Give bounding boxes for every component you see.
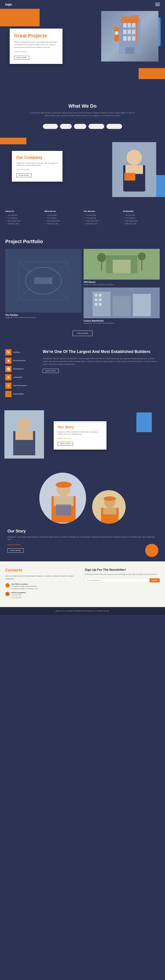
hero-title: Great Projects xyxy=(14,33,58,39)
svg-point-19 xyxy=(127,150,142,165)
check-icon-3: ✓ xyxy=(5,220,7,222)
builders-content: We're One Of The Largest And Most Establ… xyxy=(43,349,160,373)
hero-card: Great Projects Metus elit dignissim pu n… xyxy=(10,29,62,64)
team-read-more-button[interactable]: READ MORE xyxy=(8,549,24,553)
team-main-svg xyxy=(39,473,87,525)
hero-image-caption: Image from Envato xyxy=(14,51,58,53)
svg-rect-52 xyxy=(15,431,33,440)
phone-number-2: +313 321 5677 xyxy=(11,596,26,599)
hero-image-inner xyxy=(101,11,159,62)
about-col-4-title: All Benefits xyxy=(123,210,160,212)
service-activate[interactable]: ACTIVATE xyxy=(88,124,104,129)
footer-link[interactable]: jQuery 4.3 xyxy=(90,610,96,612)
newsletter-description: Subscribe to receive helpful tips to imp… xyxy=(85,573,160,576)
about-col-1-item-3: ✓Etiam aliquet dolor. xyxy=(5,220,42,222)
hero-read-more-button[interactable]: READ MORE xyxy=(14,56,29,59)
pavilion-svg xyxy=(5,249,82,313)
contacts-description: Use our contact form for all information… xyxy=(5,575,80,581)
luxury-svg xyxy=(83,288,160,318)
portfolio-img-luxury xyxy=(83,288,160,318)
check-icon-16: ✓ xyxy=(123,223,124,225)
self-performance-icon: ⚙ xyxy=(5,383,11,389)
builder-item-preconstruction: 📋 Preconstruction xyxy=(5,358,38,364)
our-story-section: Our Story Sample text. Click to select t… xyxy=(0,406,165,468)
view-more-button[interactable]: VIEW MORE xyxy=(73,331,92,336)
check-icon-6: ✓ xyxy=(45,217,46,219)
about-col-3-item-2: ✓Proin blancing. xyxy=(83,217,120,219)
portfolio-section: Project Portfolio The Pavilion Sample te… xyxy=(0,232,165,343)
about-col-4-item-2: ✓Proin blancing. xyxy=(123,217,160,219)
about-col-4-list: ✓Your text does. ✓Proin blancing. ✓Etiam… xyxy=(123,214,160,225)
svg-rect-17 xyxy=(114,35,119,41)
portfolio-img-spa xyxy=(83,249,160,280)
footer: jQuery 1.9.1 is no longer the default li… xyxy=(0,607,165,615)
service-build[interactable]: BUILD xyxy=(74,124,86,129)
builders-section: 🏗 Building 📋 Preconstruction 📈 Developme… xyxy=(0,343,165,406)
company-description: Sample text. Click to select the Text Bo… xyxy=(16,162,58,167)
svg-rect-65 xyxy=(103,508,116,514)
builders-icons-list: 🏗 Building 📋 Preconstruction 📈 Developme… xyxy=(5,349,38,397)
about-col-4-item-1: ✓Your text does. xyxy=(123,214,160,216)
about-col-mission: Our Mission ✓Your text does. ✓Proin blan… xyxy=(83,210,120,226)
about-col-1-item-4: ✓Velit finibus nibh. xyxy=(5,223,42,225)
svg-rect-59 xyxy=(56,504,71,515)
story-description: Sample text. Click to select the Text Bo… xyxy=(58,431,103,436)
builders-read-more-button[interactable]: READ MORE xyxy=(43,369,59,373)
portfolio-item-spa[interactable]: SPA Resort Sample text. Click to select … xyxy=(83,249,160,285)
check-icon-11: ✓ xyxy=(83,220,85,222)
portfolio-item-luxury[interactable]: Luxury Apartments Sample text. Click to … xyxy=(83,288,160,324)
svg-rect-47 xyxy=(95,303,98,305)
svg-rect-2 xyxy=(123,23,127,27)
hamburger-line-3 xyxy=(155,5,160,6)
svg-point-16 xyxy=(115,31,119,35)
company-orange-accent xyxy=(0,138,26,144)
company-image-caption: Image from Envato xyxy=(16,169,58,171)
builder-label-self-performance: Self-Performance xyxy=(13,385,27,387)
phone-number-1: +313 321 7987 xyxy=(11,593,26,596)
check-icon-12: ✓ xyxy=(83,223,85,225)
phone-text-block: Phone (Landline) +313 321 7987 +313 321 … xyxy=(11,592,26,598)
sustainability-icon: 🌿 xyxy=(5,391,11,397)
about-col-1-item-1: ✓Your text does. xyxy=(5,214,42,216)
builder-item-sustainability: 🌿 Sustainability xyxy=(5,391,38,397)
development-icon: 📈 xyxy=(5,366,11,372)
service-operate[interactable]: OPERATE xyxy=(106,124,122,129)
contact-office: 📍 Our Office Location The Indoors Design… xyxy=(5,583,80,590)
builders-description: Sample text. Click to select the Text El… xyxy=(43,357,160,366)
service-finance[interactable]: FINANCE xyxy=(43,124,58,129)
story-read-more-button[interactable]: READ MORE xyxy=(58,442,73,445)
about-col-benefits: All Benefits ✓Your text does. ✓Proin bla… xyxy=(123,210,160,226)
story-person-svg xyxy=(5,410,44,458)
story-image-caption: Image from Envato xyxy=(58,437,103,440)
builder-item-leadership: ⭐ Leadership xyxy=(5,374,38,380)
spa-svg xyxy=(83,249,160,280)
builder-label-leadership: Leadership xyxy=(13,376,22,378)
about-col-3-list: ✓Your text does. ✓Proin blancing. ✓Etiam… xyxy=(83,214,120,225)
newsletter-submit-button[interactable]: SUBMIT xyxy=(150,578,160,582)
about-grid-section: About Us ✓Your text does. ✓Proin blancin… xyxy=(0,204,165,232)
company-read-more-button[interactable]: READ MORE xyxy=(16,173,32,177)
building-icon: 🏗 xyxy=(5,349,11,355)
check-icon-7: ✓ xyxy=(45,220,46,222)
team-title: Our Story xyxy=(8,529,157,533)
portfolio-item-pavilion[interactable]: The Pavilion Sample text. Click to selec… xyxy=(5,249,82,326)
check-icon-4: ✓ xyxy=(5,223,7,225)
svg-rect-8 xyxy=(123,36,127,41)
hamburger-menu[interactable] xyxy=(155,3,160,6)
about-col-1-title: About Us xyxy=(5,210,42,212)
story-card: Our Story Sample text. Click to select t… xyxy=(54,421,106,450)
portfolio-right-col: SPA Resort Sample text. Click to select … xyxy=(83,249,160,324)
navbar: logo. xyxy=(0,0,165,9)
contacts-right: Sign Up For The Newsletter! Subscribe to… xyxy=(85,568,160,600)
svg-rect-23 xyxy=(125,173,135,180)
luxury-sub: Sample text. Click to select the Text El… xyxy=(83,323,160,324)
service-plan[interactable]: PLAN xyxy=(60,124,72,129)
office-address: The Indoors William S, Edmonton. Info xyxy=(11,587,38,590)
portfolio-title: Project Portfolio xyxy=(5,239,160,245)
hero-orange-rect-bottom xyxy=(139,68,165,79)
check-icon-2: ✓ xyxy=(5,217,7,219)
contacts-section: Contacts Use our contact form for all in… xyxy=(0,562,165,607)
newsletter-email-input[interactable] xyxy=(85,578,149,582)
team-photos xyxy=(5,472,160,525)
leadership-icon: ⭐ xyxy=(5,374,11,380)
